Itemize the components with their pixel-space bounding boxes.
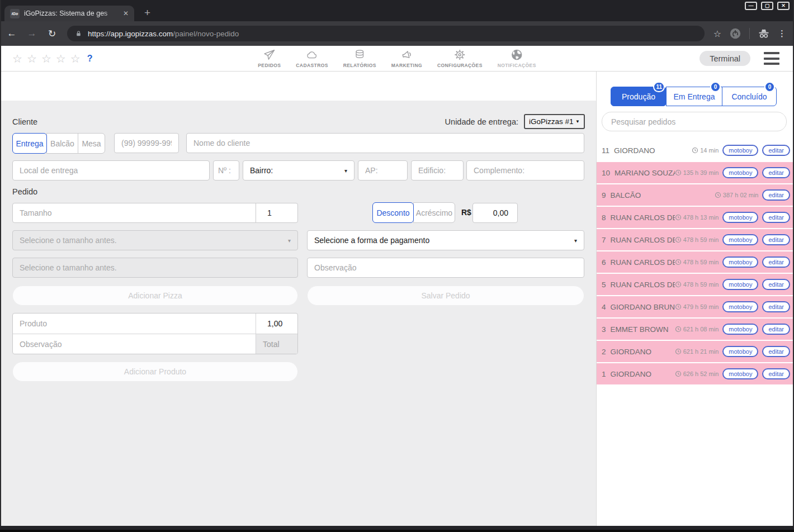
order-elapsed-time: 478 h 13 min [675, 214, 719, 221]
save-order-button[interactable]: Salvar Pedido [307, 286, 584, 306]
motoboy-button[interactable]: motoboy [722, 368, 758, 379]
add-product-button[interactable]: Adicionar Produto [12, 362, 298, 382]
browser-tab[interactable]: iGo iGoPizzas: Sistema de ges ✕ [4, 6, 134, 21]
maximize-icon[interactable]: ▢ [761, 2, 773, 10]
motoboy-button[interactable]: motoboy [722, 167, 758, 178]
ap-input[interactable] [358, 160, 408, 180]
order-client-name: RUAN CARLOS DE AQUINO [611, 213, 675, 222]
help-button[interactable]: ? [87, 54, 93, 64]
motoboy-button[interactable]: motoboy [722, 256, 758, 268]
star-icon[interactable]: ☆ [27, 53, 37, 64]
product-total-cell: Total [256, 334, 297, 354]
unidade-select[interactable]: iGoPizzas #1 ▼ [524, 114, 585, 129]
motoboy-button[interactable]: motoboy [722, 212, 758, 223]
editar-button[interactable]: editar [762, 234, 790, 245]
editar-button[interactable]: editar [762, 189, 790, 201]
browser-menu-icon[interactable]: ⋮ [778, 28, 786, 39]
editar-button[interactable]: editar [762, 301, 790, 312]
client-name-input[interactable] [186, 133, 584, 153]
order-row[interactable]: 11 GIORDANO 14 min motoboy editar [597, 140, 793, 161]
motoboy-button[interactable]: motoboy [722, 279, 758, 290]
editar-button[interactable]: editar [762, 346, 790, 357]
complemento-input[interactable] [466, 160, 584, 180]
order-row[interactable]: 4 GIORDANO BRUNO LAZZ... 479 h 59 min mo… [597, 296, 793, 317]
tab-producao[interactable]: Produção 11 [611, 87, 667, 106]
order-row[interactable]: 1 GIORDANO 626 h 52 min motoboy editar [597, 363, 793, 384]
order-row[interactable]: 2 GIORDANO 621 h 21 min motoboy editar [597, 341, 793, 362]
clock-icon [675, 259, 682, 265]
address-input[interactable] [12, 160, 210, 180]
star-icon[interactable]: ☆ [12, 53, 22, 64]
order-row[interactable]: 3 EMMET BROWN 621 h 08 min motoboy edita… [597, 319, 793, 340]
motoboy-button[interactable]: motoboy [722, 301, 758, 312]
search-orders-input[interactable] [602, 112, 787, 131]
order-row[interactable]: 8 RUAN CARLOS DE AQUINO 478 h 13 min mot… [597, 207, 793, 228]
order-type-balcao[interactable]: Balcão [46, 133, 78, 154]
order-row[interactable]: 5 RUAN CARLOS DE AQUINO 478 h 59 min mot… [597, 274, 793, 295]
order-type-mesa[interactable]: Mesa [78, 133, 105, 154]
nav-item-notificacoes[interactable]: NOTIFICAÇÕES [498, 49, 536, 68]
product-name-input[interactable] [13, 314, 256, 334]
order-obs-input[interactable] [307, 258, 584, 278]
tab-close-icon[interactable]: ✕ [123, 10, 129, 17]
editar-button[interactable]: editar [762, 324, 790, 335]
rating-stars[interactable]: ☆ ☆ ☆ ☆ ☆ [12, 53, 81, 64]
new-tab-button[interactable]: + [144, 7, 150, 19]
surcharge-button[interactable]: Acréscimo [413, 202, 455, 223]
nav-item-relatorios[interactable]: RELATÓRIOS [343, 49, 376, 68]
editar-button[interactable]: editar [762, 167, 790, 178]
product-price-input[interactable] [256, 314, 297, 334]
extension-icon[interactable] [729, 27, 741, 40]
minimize-icon[interactable]: — [745, 2, 757, 10]
payment-select[interactable]: Selecione a forma de pagamento ▾ [307, 230, 584, 250]
order-row[interactable]: 10 MARIANO SOUZA 135 h 39 min motoboy ed… [597, 162, 793, 183]
editar-button[interactable]: editar [762, 212, 790, 223]
product-obs-input[interactable] [13, 334, 256, 354]
address-bar[interactable]: https://app.igopizzas.com/painel/novo-pe… [67, 26, 705, 41]
reload-icon[interactable]: ↻ [44, 28, 60, 40]
tab-concluido[interactable]: Concluído 0 [722, 87, 777, 106]
tab-em-entrega[interactable]: Em Entrega 0 [666, 87, 722, 106]
bairro-select[interactable]: Bairro: ▾ [243, 160, 355, 180]
editar-button[interactable]: editar [762, 279, 790, 290]
motoboy-button[interactable]: motoboy [722, 346, 758, 357]
order-row[interactable]: 7 RUAN CARLOS DE AQUINO 478 h 59 min mot… [597, 229, 793, 250]
order-number: 1 [602, 370, 606, 378]
order-row[interactable]: 9 BALCÃO 387 h 02 min editar [597, 184, 793, 206]
nav-item-marketing[interactable]: MARKETING [391, 49, 422, 68]
motoboy-button[interactable]: motoboy [722, 324, 758, 335]
close-icon[interactable]: ✕ [777, 2, 790, 10]
back-icon[interactable]: ← [3, 28, 20, 39]
tamanho-input[interactable] [12, 203, 256, 223]
editar-button[interactable]: editar [762, 368, 790, 379]
phone-input[interactable] [114, 133, 179, 153]
star-icon[interactable]: ☆ [56, 53, 66, 64]
edificio-input[interactable] [411, 160, 464, 180]
order-type-entrega[interactable]: Entrega [12, 133, 47, 154]
taskbar-sliver [0, 526, 794, 532]
star-icon[interactable]: ☆ [41, 53, 51, 64]
order-row[interactable]: 6 RUAN CARLOS DE AQUINO 478 h 59 min mot… [597, 251, 793, 273]
nav-item-configuracoes[interactable]: CONFIGURAÇÕES [437, 49, 483, 68]
motoboy-button[interactable]: motoboy [722, 145, 758, 156]
discount-button[interactable]: Desconto [372, 202, 414, 223]
nav-item-cadastros[interactable]: CADASTROS [296, 49, 328, 68]
order-elapsed-time: 621 h 08 min [675, 326, 719, 332]
number-input[interactable] [213, 160, 239, 180]
bookmark-star-icon[interactable]: ☆ [713, 28, 721, 39]
star-icon[interactable]: ☆ [70, 53, 81, 64]
nav-item-pedidos[interactable]: PEDIDOS [258, 49, 281, 68]
chevron-down-icon: ▼ [575, 119, 580, 124]
adjustment-value-input[interactable] [472, 203, 518, 223]
pedido-section-title: Pedido [12, 187, 37, 196]
terminal-button[interactable]: Terminal [700, 51, 750, 66]
motoboy-button[interactable]: motoboy [722, 234, 758, 245]
hamburger-menu-icon[interactable] [764, 52, 779, 65]
order-number: 2 [602, 348, 606, 356]
add-pizza-button[interactable]: Adicionar Pizza [12, 286, 298, 306]
quantity-input[interactable] [256, 203, 298, 223]
flavor-select[interactable]: Selecione o tamanho antes. ▾ [12, 230, 298, 250]
editar-button[interactable]: editar [762, 256, 790, 268]
editar-button[interactable]: editar [762, 145, 790, 156]
em-entrega-count-badge: 0 [710, 82, 721, 92]
